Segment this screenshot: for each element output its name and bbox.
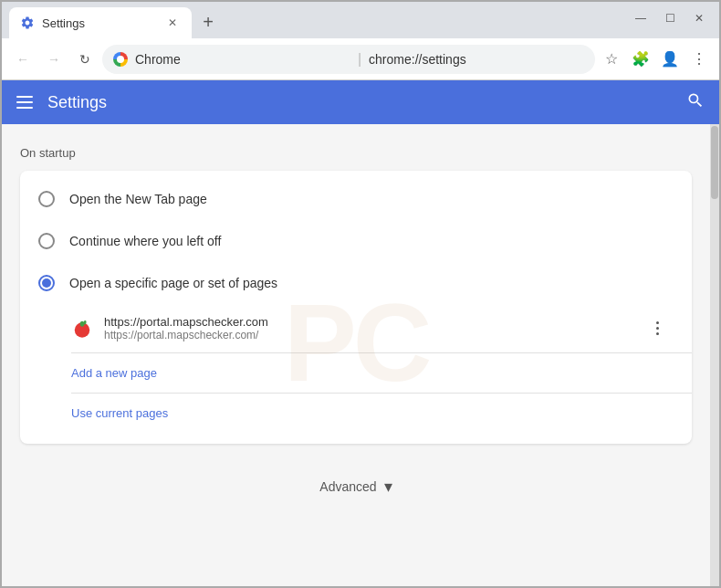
advanced-label: Advanced [319,479,376,494]
radio-continue[interactable] [38,233,55,249]
use-current-pages-label: Use current pages [71,397,168,429]
option-specific-label: Open a specific page or set of pages [69,276,277,290]
startup-options-card: Open the New Tab page Continue where you… [20,171,692,444]
pages-section: https://portal.mapschecker.com https://p… [20,304,692,436]
chevron-down-icon: ▾ [384,477,392,497]
header-left: Settings [16,93,107,112]
divider [71,352,692,353]
title-bar: Settings ✕ + — ☐ ✕ [2,2,719,38]
brand-label: Chrome [135,52,350,67]
address-bar: ← → ↻ Chrome | chrome://settings ☆ 🧩 👤 ⋮ [2,38,719,80]
chrome-menu-button[interactable]: ⋮ [686,47,712,72]
menu-dot-1 [656,321,659,324]
toolbar-icons: ☆ 🧩 👤 ⋮ [599,47,712,72]
advanced-section[interactable]: Advanced ▾ [20,462,692,511]
menu-dot-3 [656,332,659,335]
settings-page-title: Settings [47,93,107,112]
option-new-tab[interactable]: Open the New Tab page [20,178,692,220]
tab-title: Settings [42,16,157,30]
hamburger-line-3 [16,107,33,109]
address-divider: | [358,51,361,68]
hamburger-menu-button[interactable] [16,96,33,109]
page-info: https://portal.mapschecker.com https://p… [104,315,633,341]
settings-header: Settings [2,80,719,124]
active-tab[interactable]: Settings ✕ [9,7,192,38]
scrollbar[interactable] [710,124,719,586]
maximize-button[interactable]: ☐ [657,9,683,27]
page-entry: https://portal.mapschecker.com https://p… [71,308,692,349]
page-url-sub: https://portal.mapschecker.com/ [104,329,633,341]
tab-close-button[interactable]: ✕ [164,15,181,31]
menu-dot-2 [656,327,659,330]
settings-favicon [20,16,35,30]
page-menu-button[interactable] [644,316,670,341]
forward-button[interactable]: → [40,46,68,73]
hamburger-line-2 [16,101,33,103]
hamburger-line-1 [16,96,33,98]
refresh-button[interactable]: ↻ [71,46,99,73]
add-new-page-button[interactable]: Add a new page [71,357,692,389]
option-continue-label: Continue where you left off [69,234,221,248]
option-continue[interactable]: Continue where you left off [20,220,692,262]
site-security-icon [113,52,128,67]
scrollbar-thumb[interactable] [711,126,718,199]
radio-specific[interactable] [38,275,55,291]
new-tab-button[interactable]: + [195,9,221,35]
radio-new-tab[interactable] [38,191,55,207]
settings-search-button[interactable] [686,91,705,114]
account-button[interactable]: 👤 [657,47,683,72]
add-new-page-label: Add a new page [71,357,157,389]
page-url-main: https://portal.mapschecker.com [104,315,633,329]
svg-point-1 [80,320,85,326]
page-favicon [71,318,93,340]
bookmark-button[interactable]: ☆ [599,47,624,72]
back-button[interactable]: ← [9,46,37,73]
url-text: chrome://settings [369,52,584,67]
use-current-pages-button[interactable]: Use current pages [71,397,692,429]
extensions-button[interactable]: 🧩 [628,47,653,72]
address-input[interactable]: Chrome | chrome://settings [102,45,595,74]
content-main: PC On startup Open the New Tab page Cont… [2,124,710,586]
content-area: PC On startup Open the New Tab page Cont… [2,124,719,586]
close-button[interactable]: ✕ [686,9,712,27]
option-new-tab-label: Open the New Tab page [69,192,207,206]
window-controls: — ☐ ✕ [628,9,712,27]
divider-2 [71,393,692,394]
minimize-button[interactable]: — [628,9,653,27]
section-label: On startup [20,146,692,160]
option-specific[interactable]: Open a specific page or set of pages [20,262,692,304]
